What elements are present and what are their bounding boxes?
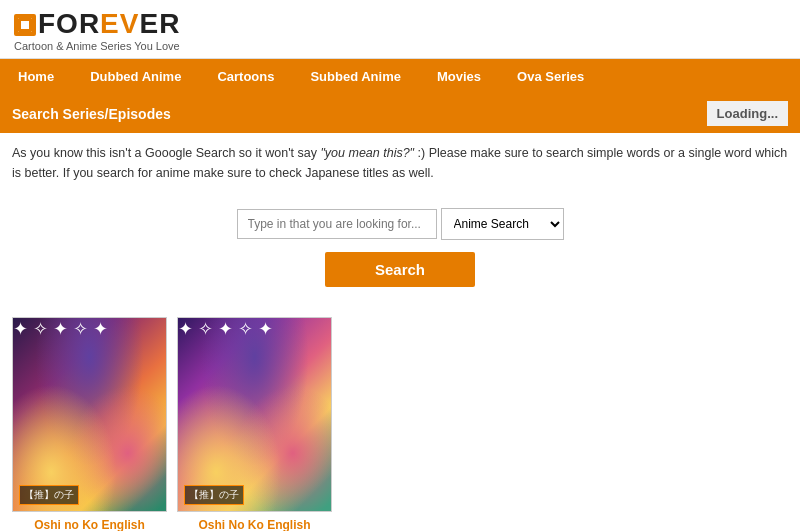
search-series-label: Search Series/Episodes [12, 106, 171, 122]
nav-ova-series[interactable]: Ova Series [499, 59, 602, 94]
result-thumbnail-1: ✦ ✧ ✦ ✧ ✦ 【推】の子 [12, 317, 167, 512]
logo-icon [14, 14, 36, 36]
logo-area[interactable]: FOREVER Cartoon & Anime Series You Love [14, 10, 180, 52]
nav-movies[interactable]: Movies [419, 59, 499, 94]
logo-ev: EV [100, 8, 139, 39]
search-form-area: Anime Search Cartoon Search Movie Search… [0, 198, 800, 307]
nav-home[interactable]: Home [0, 59, 72, 94]
site-tagline: Cartoon & Anime Series You Love [14, 40, 180, 52]
main-content: Search Series/Episodes Loading... As you… [0, 94, 800, 531]
search-type-select[interactable]: Anime Search Cartoon Search Movie Search [441, 208, 564, 240]
result-thumbnail-2: ✦ ✧ ✦ ✧ ✦ 【推】の子 [177, 317, 332, 512]
nav-subbed-anime[interactable]: Subbed Anime [292, 59, 419, 94]
result-image-2: ✦ ✧ ✦ ✧ ✦ 【推】の子 [178, 318, 331, 511]
site-header: FOREVER Cartoon & Anime Series You Love [0, 0, 800, 59]
nav-cartoons[interactable]: Cartoons [199, 59, 292, 94]
result-title-2: Oshi No Ko English Dubbed [177, 517, 332, 531]
list-item[interactable]: ✦ ✧ ✦ ✧ ✦ 【推】の子 Oshi no Ko English Subbe… [12, 317, 167, 531]
result-stamp-1: 【推】の子 [19, 485, 79, 505]
result-stamp-2: 【推】の子 [184, 485, 244, 505]
search-row: Anime Search Cartoon Search Movie Search [237, 208, 564, 240]
navbar: Home Dubbed Anime Cartoons Subbed Anime … [0, 59, 800, 94]
loading-status: Loading... [707, 101, 788, 126]
logo[interactable]: FOREVER [14, 10, 180, 38]
results-area: ✦ ✧ ✦ ✧ ✦ 【推】の子 Oshi no Ko English Subbe… [0, 307, 800, 531]
nav-dubbed-anime[interactable]: Dubbed Anime [72, 59, 199, 94]
search-input[interactable] [237, 209, 437, 239]
list-item[interactable]: ✦ ✧ ✦ ✧ ✦ 【推】の子 Oshi No Ko English Dubbe… [177, 317, 332, 531]
search-series-bar: Search Series/Episodes Loading... [0, 94, 800, 133]
logo-er: ER [139, 8, 180, 39]
result-title-1: Oshi no Ko English Subbed [12, 517, 167, 531]
search-button[interactable]: Search [325, 252, 475, 287]
logo-for: FOR [38, 8, 100, 39]
result-image-1: ✦ ✧ ✦ ✧ ✦ 【推】の子 [13, 318, 166, 511]
decorative-stars-2: ✦ ✧ ✦ ✧ ✦ [178, 318, 331, 511]
search-description: As you know this isn't a Gooogle Search … [0, 133, 800, 198]
decorative-stars: ✦ ✧ ✦ ✧ ✦ [13, 318, 166, 511]
